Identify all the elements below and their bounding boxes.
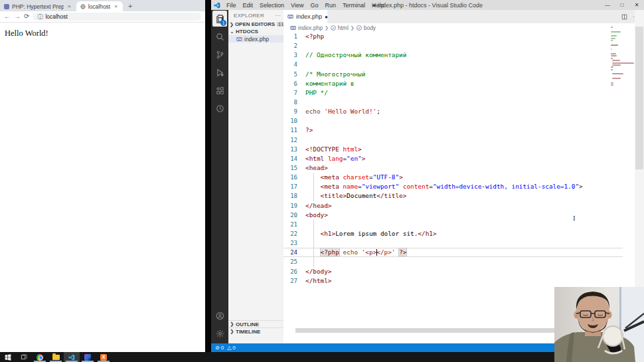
close-button[interactable]: ✕ xyxy=(629,2,644,8)
errors-icon[interactable]: ⊘ xyxy=(215,345,220,351)
new-tab-button[interactable]: + xyxy=(123,2,137,11)
menu-file[interactable]: File xyxy=(223,2,240,9)
code-token: > xyxy=(358,145,362,153)
code-line-13[interactable]: 13<!DOCTYPE html> xyxy=(283,145,623,154)
code-line-16[interactable]: 16 <meta charset="UTF-8"> xyxy=(283,173,623,182)
code-token: name xyxy=(343,183,358,190)
code-line-4[interactable]: 4 xyxy=(283,60,623,69)
breadcrumb-item-file[interactable]: index.php xyxy=(298,25,323,31)
url-text: localhost xyxy=(45,13,68,20)
code-line-14[interactable]: 14<html lang="en"> xyxy=(283,154,623,163)
address-bar[interactable]: ⓘ localhost xyxy=(33,13,201,21)
code-line-10[interactable]: 10 xyxy=(283,116,623,126)
run-debug-icon[interactable] xyxy=(211,64,228,82)
minimap[interactable] xyxy=(611,27,633,100)
browser-tab-php[interactable]: PHP: Hypertext Preprocessor × xyxy=(0,1,76,11)
code-line-11[interactable]: 11?> xyxy=(283,126,623,135)
menu-go[interactable]: Go xyxy=(307,2,321,9)
back-button[interactable]: ← xyxy=(4,13,11,20)
code-line-12[interactable]: 12 xyxy=(283,136,623,145)
open-editors-section[interactable]: ❯ OPEN EDITORS 1 UNSAVED xyxy=(228,21,283,28)
source-control-icon[interactable] xyxy=(211,46,228,64)
taskbar-phpstorm[interactable] xyxy=(80,352,96,362)
chevron-right-icon: ❯ xyxy=(325,25,329,31)
folder-htdocs[interactable]: ⌄ HTDOCS xyxy=(228,28,283,35)
code-line-22[interactable]: 22 <h1>Lorem ipsum dolor sit.</h1> xyxy=(283,229,623,238)
file-index-php[interactable]: php index.php xyxy=(228,35,283,43)
warnings-icon[interactable]: △ xyxy=(227,345,231,351)
code-line-21[interactable]: 21 xyxy=(283,220,623,229)
code-line-7[interactable]: 7PHP */ xyxy=(283,88,623,98)
account-icon[interactable] xyxy=(211,307,228,325)
code-line-1[interactable]: 1<?php xyxy=(283,32,623,41)
unsaved-dot-icon[interactable]: ● xyxy=(325,14,328,20)
explorer-icon[interactable]: 1 xyxy=(212,11,227,27)
task-view-button[interactable] xyxy=(16,352,32,362)
search-icon[interactable] xyxy=(211,28,228,46)
close-tab-icon[interactable]: × xyxy=(66,3,72,9)
code-line-9[interactable]: 9echo 'Hello World!'; xyxy=(283,107,623,116)
forward-button[interactable]: → xyxy=(14,13,21,20)
outline-section[interactable]: ❯ OUTLINE xyxy=(228,320,283,327)
code-line-17[interactable]: 17 <meta name="viewport" content="width=… xyxy=(283,182,623,191)
settings-gear-icon[interactable] xyxy=(211,325,228,343)
code-line-3[interactable]: 3// Однострочный комментарий xyxy=(283,50,623,60)
code-line-27[interactable]: 27</html> xyxy=(283,276,623,286)
code-line-23[interactable]: 23 xyxy=(283,238,623,248)
breadcrumb-item-body[interactable]: body xyxy=(364,25,376,31)
taskbar-vscode[interactable] xyxy=(64,352,80,362)
code-token: </title> xyxy=(376,192,406,199)
minimize-button[interactable]: — xyxy=(600,2,615,8)
start-button[interactable] xyxy=(0,352,16,362)
code-token: Document xyxy=(347,192,376,199)
explorer-more-actions-icon[interactable]: ··· xyxy=(275,13,281,19)
code-line-6[interactable]: 6комментарий в xyxy=(283,79,623,88)
extensions-icon[interactable] xyxy=(211,82,228,100)
editor-tab-index-php[interactable]: php index.php ● xyxy=(283,10,327,23)
code-line-15[interactable]: 15<head> xyxy=(283,163,623,173)
line-number: 5 xyxy=(283,70,305,79)
code-line-25[interactable]: 25 xyxy=(283,257,623,266)
code-line-8[interactable]: 8 xyxy=(283,98,623,107)
menu-run[interactable]: Run xyxy=(321,2,339,9)
errors-count[interactable]: 0 xyxy=(221,345,224,351)
minimap-line xyxy=(611,45,618,46)
minimap-line xyxy=(611,38,615,39)
code-line-2[interactable]: 2 xyxy=(283,41,623,50)
taskbar-chrome[interactable] xyxy=(32,352,48,362)
split-editor-icon[interactable] xyxy=(621,14,627,20)
menu-view[interactable]: View xyxy=(287,2,307,9)
code-line-18[interactable]: 18 <title>Document</title> xyxy=(283,191,623,201)
reload-button[interactable]: ⟳ xyxy=(24,13,29,20)
menu-help[interactable]: Help xyxy=(368,2,388,9)
chevron-right-icon: ❯ xyxy=(230,329,234,334)
indent-guide xyxy=(313,220,314,229)
line-number: 23 xyxy=(283,238,305,248)
menu-terminal[interactable]: Terminal xyxy=(339,2,368,9)
maximize-button[interactable]: □ xyxy=(615,2,629,8)
code-line-5[interactable]: 5/* Многострочный xyxy=(283,70,623,79)
folder-icon xyxy=(52,355,60,360)
code-token: "UTF-8" xyxy=(373,173,400,181)
code-token: </body> xyxy=(305,268,332,275)
minimap-line xyxy=(612,60,620,61)
clock-icon[interactable] xyxy=(211,100,228,118)
breadcrumb-item-html[interactable]: html xyxy=(338,25,349,31)
warnings-count[interactable]: 0 xyxy=(232,345,235,351)
code-token: <?php xyxy=(305,33,324,40)
browser-tab-localhost[interactable]: localhost × xyxy=(76,1,123,11)
taskbar-file-explorer[interactable] xyxy=(48,352,64,362)
menu-selection[interactable]: Selection xyxy=(256,2,287,9)
code-line-26[interactable]: 26</body> xyxy=(283,267,623,276)
minimap-line xyxy=(611,31,621,33)
activity-bar: 1 xyxy=(211,10,228,352)
code-line-19[interactable]: 19</head> xyxy=(283,201,623,211)
scrollbar-thumb[interactable] xyxy=(635,27,643,169)
code-line-20[interactable]: 20<body> xyxy=(283,211,623,220)
taskbar-xampp[interactable]: X xyxy=(96,352,112,362)
menu-edit[interactable]: Edit xyxy=(240,2,257,9)
timeline-section[interactable]: ❯ TIMELINE xyxy=(228,327,283,335)
close-tab-icon[interactable]: × xyxy=(113,3,119,9)
site-info-icon[interactable]: ⓘ xyxy=(37,13,42,21)
code-line-24[interactable]: 24 <?php echo '<p></p>' ?> xyxy=(283,248,623,257)
